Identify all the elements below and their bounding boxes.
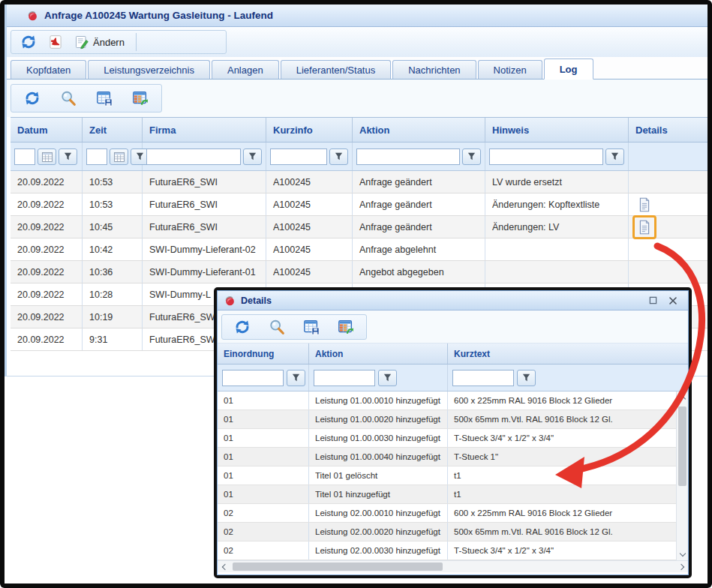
details-row[interactable]: 01Titel 01 gelöschtt1	[218, 466, 688, 485]
cell-kurztext: 500x 65mm m.Vtl. RAL 9016 Block 12 Gl.	[448, 523, 688, 541]
tab-lieferanten-status[interactable]: Lieferanten/Status	[281, 60, 392, 79]
column-header-aktion[interactable]: Aktion	[353, 118, 485, 142]
scrollbar-thumb[interactable]	[233, 562, 443, 571]
scrollbar-track[interactable]	[677, 404, 688, 548]
scroll-right-icon[interactable]	[676, 561, 688, 573]
filter-cell-datum	[11, 142, 83, 170]
cell-kurztext: 600 x 225mm RAL 9016 Block 12 Glieder	[448, 504, 688, 522]
column-header-datum[interactable]: Datum	[11, 118, 83, 142]
aendern-button[interactable]: Ändern	[71, 33, 128, 51]
column-header-label: Firma	[149, 124, 176, 136]
details-row[interactable]: 02Leistung 02.00.0020 hinzugefügt500x 65…	[218, 523, 688, 542]
export-open-button[interactable]	[334, 317, 358, 337]
export-save-button[interactable]	[299, 317, 323, 337]
filter-button-aktion[interactable]	[462, 148, 481, 165]
scroll-left-icon[interactable]	[218, 561, 230, 573]
filter-button-kurztext[interactable]	[517, 370, 536, 386]
export-open-button[interactable]	[128, 88, 152, 108]
column-header-kurztext[interactable]: Kurztext	[448, 344, 688, 364]
scroll-down-icon[interactable]	[677, 548, 689, 560]
maximize-button[interactable]	[645, 294, 660, 308]
log-row[interactable]: 20.09.202210:45FuturaER6_SWIA100245Anfra…	[11, 216, 707, 238]
details-icon-highlighted[interactable]	[632, 215, 656, 239]
column-header-label: Kurzinfo	[273, 124, 313, 136]
filter-button-hinweis[interactable]	[605, 148, 624, 165]
filter-button-firma[interactable]	[243, 148, 262, 165]
column-header-details[interactable]: Details	[629, 118, 707, 142]
details-row[interactable]: 02Leistung 02.00.0010 hinzugefügt600 x 2…	[218, 504, 688, 523]
log-row[interactable]: 20.09.202210:53FuturaER6_SWIA100245Anfra…	[11, 171, 707, 194]
filter-input-kurztext[interactable]	[452, 370, 514, 386]
filter-input-aktion[interactable]	[314, 370, 375, 386]
filter-input-kurzinfo[interactable]	[270, 148, 327, 165]
filter-input-zeit[interactable]	[86, 148, 107, 165]
filter-button-einordnung[interactable]	[287, 370, 305, 386]
cell-firma: FuturaER6_SWI	[143, 194, 266, 215]
tab-log[interactable]: Log	[544, 58, 593, 80]
details-row[interactable]: 01Leistung 01.00.0020 hinzugefügt500x 65…	[218, 410, 688, 429]
details-row[interactable]: 01Titel 01 hinzugefügtt1	[218, 485, 688, 504]
scrollbar-track[interactable]	[230, 561, 676, 572]
filter-cell-details	[629, 142, 707, 170]
scroll-up-icon[interactable]	[677, 392, 689, 404]
filter-input-aktion[interactable]	[356, 148, 460, 165]
cell-aktion: Anfrage geändert	[353, 194, 485, 215]
cell-einordnung: 02	[218, 523, 309, 541]
datepicker-button-datum[interactable]	[38, 148, 56, 165]
column-header-firma[interactable]: Firma	[143, 118, 266, 142]
filter-input-datum[interactable]	[14, 148, 35, 165]
log-row[interactable]: 20.09.202210:53FuturaER6_SWIA100245Anfra…	[11, 194, 707, 216]
refresh-button[interactable]	[17, 32, 41, 52]
cell-zeit: 10:28	[83, 284, 143, 305]
cell-datum: 20.09.2022	[11, 284, 83, 305]
scrollbar-thumb[interactable]	[678, 406, 686, 486]
tab-kopfdaten[interactable]: Kopfdaten	[11, 60, 86, 79]
table-export-icon	[132, 90, 149, 106]
search-button[interactable]	[265, 317, 289, 337]
column-header-zeit[interactable]: Zeit	[83, 118, 143, 142]
details-row[interactable]: 01Leistung 01.00.0040 hinzugefügtT-Stuec…	[218, 448, 688, 466]
column-header-label: Zeit	[89, 124, 107, 136]
tab-leistungsverzeichnis[interactable]: Leistungsverzeichnis	[88, 60, 210, 79]
log-grid-header: DatumZeitFirmaKurzinfoAktionHinweisDetai…	[11, 117, 707, 142]
search-button[interactable]	[56, 88, 80, 108]
log-row[interactable]: 20.09.202210:36SWI-Dummy-Lieferant-01A10…	[11, 261, 707, 284]
details-row[interactable]: 02Leistung 02.00.0030 hinzugefügtT-Stuec…	[218, 542, 688, 560]
tab-anlagen[interactable]: Anlagen	[212, 60, 279, 79]
export-save-button[interactable]	[92, 88, 116, 108]
cell-aktion: Titel 01 hinzugefügt	[309, 485, 448, 503]
log-row[interactable]: 20.09.202210:42SWI-Dummy-Lieferant-02A10…	[11, 238, 707, 261]
refresh-button[interactable]	[230, 317, 254, 337]
filter-input-firma[interactable]	[146, 148, 241, 165]
vertical-scrollbar[interactable]	[676, 392, 688, 560]
details-row[interactable]: 01Leistung 01.00.0010 hinzugefügt600 x 2…	[218, 392, 688, 410]
cell-aktion: Leistung 01.00.0010 hinzugefügt	[309, 392, 448, 410]
column-header-aktion[interactable]: Aktion	[309, 344, 448, 364]
filter-input-einordnung[interactable]	[222, 370, 284, 386]
refresh-button[interactable]	[20, 88, 44, 108]
horizontal-scrollbar[interactable]	[218, 560, 688, 572]
details-row[interactable]: 01Leistung 01.00.0030 hinzugefügtT-Stuec…	[218, 429, 688, 448]
table-export-icon	[338, 319, 354, 335]
filter-button-aktion[interactable]	[378, 370, 397, 386]
filter-button-datum[interactable]	[59, 148, 77, 165]
pdf-export-button[interactable]	[44, 33, 67, 51]
details-icon-wrap[interactable]	[632, 193, 656, 217]
screenshot-frame: Anfrage A100245 Wartung Gasleitung - Lau…	[0, 0, 712, 588]
cell-aktion: Anfrage geändert	[353, 216, 485, 238]
cell-einordnung: 01	[218, 466, 309, 484]
column-header-einordnung[interactable]: Einordnung	[218, 344, 309, 364]
cell-kurztext: 600 x 225mm RAL 9016 Block 12 Glieder	[448, 392, 688, 410]
column-header-kurzinfo[interactable]: Kurzinfo	[266, 118, 353, 142]
filter-cell-hinweis	[485, 142, 629, 170]
close-button[interactable]	[665, 294, 680, 308]
cell-kurztext: T-Stueck 1"	[448, 448, 688, 466]
tab-notizen[interactable]: Notizen	[478, 60, 542, 79]
tab-nachrichten[interactable]: Nachrichten	[392, 60, 476, 79]
column-header-hinweis[interactable]: Hinweis	[485, 118, 629, 142]
funnel-icon	[248, 152, 257, 161]
datepicker-button-zeit[interactable]	[110, 148, 128, 165]
filter-input-hinweis[interactable]	[489, 148, 603, 165]
funnel-icon	[334, 152, 344, 161]
filter-button-kurzinfo[interactable]	[329, 148, 348, 165]
